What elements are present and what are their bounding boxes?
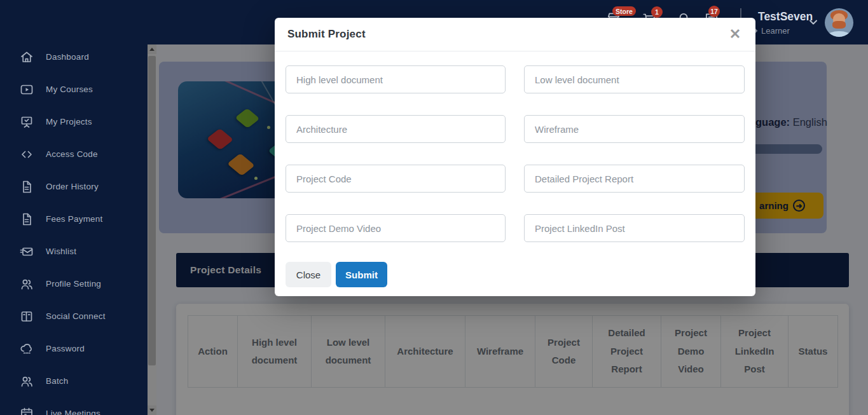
close-button[interactable]: Close xyxy=(286,262,331,287)
architecture-field[interactable] xyxy=(286,115,506,143)
user-name[interactable]: TestSeven xyxy=(758,10,813,24)
submit-project-modal: Submit Project ✕ Close Submit xyxy=(275,18,755,296)
modal-body xyxy=(286,65,745,242)
code-brackets-icon xyxy=(19,147,34,162)
users-icon xyxy=(19,276,34,292)
app-root: guage: English arning ➜ Project Details … xyxy=(0,0,868,415)
split-window-icon xyxy=(19,309,34,324)
sidebar-item-label: My Projects xyxy=(46,117,92,126)
avatar[interactable] xyxy=(825,8,853,37)
sidebar-item-profile-setting[interactable]: Profile Setting xyxy=(0,268,148,300)
sidebar-item-social-connect[interactable]: Social Connect xyxy=(0,300,148,332)
high-level-document-field[interactable] xyxy=(286,65,506,93)
project-linkedin-post-field[interactable] xyxy=(524,214,745,242)
presentation-board-icon xyxy=(19,114,34,130)
sidebar-item-order-history[interactable]: Order History xyxy=(0,170,148,203)
project-demo-video-field[interactable] xyxy=(286,214,506,242)
detailed-project-report-field[interactable] xyxy=(524,165,745,193)
sidebar-item-label: Password xyxy=(46,344,85,353)
users-icon xyxy=(19,374,34,389)
mail-icon xyxy=(19,244,34,259)
sidebar-item-live-meetings[interactable]: Live Meetings xyxy=(0,397,148,415)
sidebar-item-my-courses[interactable]: My Courses xyxy=(0,73,148,105)
submit-button[interactable]: Submit xyxy=(336,262,387,287)
home-icon xyxy=(19,50,34,65)
sidebar-item-label: Fees Payment xyxy=(46,214,102,224)
sidebar-item-access-code[interactable]: Access Code xyxy=(0,138,148,170)
project-code-field[interactable] xyxy=(286,165,506,193)
cloud-security-icon xyxy=(19,341,34,357)
messages-badge: 17 xyxy=(708,6,720,17)
sidebar-item-wishlist[interactable]: Wishlist xyxy=(0,235,148,268)
sidebar-item-label: Access Code xyxy=(46,149,98,159)
wireframe-field[interactable] xyxy=(524,115,745,143)
sidebar-item-label: Batch xyxy=(46,376,69,386)
sidebar-item-dashboard[interactable]: Dashboard xyxy=(0,41,148,73)
sidebar-item-label: Profile Setting xyxy=(46,279,101,289)
user-role: Learner xyxy=(761,26,790,36)
modal-header: Submit Project ✕ xyxy=(275,18,755,51)
store-badge: Store xyxy=(612,6,636,16)
document-icon xyxy=(19,212,34,227)
modal-footer: Close Submit xyxy=(286,262,387,287)
low-level-document-field[interactable] xyxy=(524,65,745,93)
sidebar-item-label: Order History xyxy=(46,182,99,191)
sidebar-item-label: Live Meetings xyxy=(46,409,100,415)
document-icon xyxy=(19,179,34,194)
close-icon[interactable]: ✕ xyxy=(726,25,744,43)
sidebar-item-label: Wishlist xyxy=(46,247,76,256)
sidebar-item-fees-payment[interactable]: Fees Payment xyxy=(0,203,148,235)
cart-badge: 1 xyxy=(651,6,663,18)
sidebar-item-label: My Courses xyxy=(46,85,93,94)
sidebar: Dashboard My Courses My Projects Access … xyxy=(0,0,148,415)
chevron-down-icon[interactable] xyxy=(808,17,818,27)
sidebar-item-label: Social Connect xyxy=(46,311,106,321)
modal-title: Submit Project xyxy=(287,28,366,41)
sidebar-item-batch[interactable]: Batch xyxy=(0,365,148,397)
sidebar-item-label: Dashboard xyxy=(46,52,89,62)
sidebar-item-my-projects[interactable]: My Projects xyxy=(0,105,148,138)
calendar-meeting-icon xyxy=(19,406,34,415)
video-course-icon xyxy=(19,82,34,97)
sidebar-item-password[interactable]: Password xyxy=(0,332,148,365)
